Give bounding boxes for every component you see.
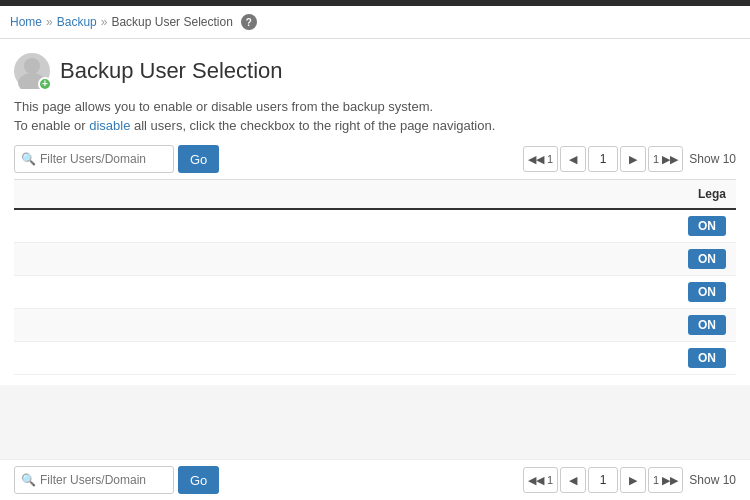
user-cell bbox=[14, 209, 199, 243]
bottom-page-input[interactable] bbox=[588, 467, 618, 493]
table-row: ON bbox=[14, 243, 736, 276]
bottom-go-button[interactable]: Go bbox=[178, 466, 219, 494]
breadcrumb-home[interactable]: Home bbox=[10, 15, 42, 29]
breadcrumb-current: Backup User Selection bbox=[111, 15, 232, 29]
page-content: Backup User Selection This page allows y… bbox=[0, 39, 750, 385]
table-row: ON bbox=[14, 209, 736, 243]
avatar-badge bbox=[38, 77, 52, 91]
status-cell: ON bbox=[199, 209, 736, 243]
bottom-first-page-button[interactable]: ◀◀ 1 bbox=[523, 467, 558, 493]
search-icon: 🔍 bbox=[21, 152, 36, 166]
table-row: ON bbox=[14, 276, 736, 309]
prev-page-button[interactable]: ◀ bbox=[560, 146, 586, 172]
table-row: ON bbox=[14, 342, 736, 375]
first-page-button[interactable]: ◀◀ 1 bbox=[523, 146, 558, 172]
on-button[interactable]: ON bbox=[688, 249, 726, 269]
last-page-button[interactable]: 1 ▶▶ bbox=[648, 146, 683, 172]
col-header-legacy: Lega bbox=[199, 180, 736, 210]
user-cell bbox=[14, 309, 199, 342]
bottom-toolbar: 🔍 Go ◀◀ 1 ◀ ▶ 1 ▶▶ Show 10 bbox=[0, 459, 750, 500]
status-cell: ON bbox=[199, 309, 736, 342]
description2: To enable or disable all users, click th… bbox=[14, 118, 736, 133]
col-header-user bbox=[14, 180, 199, 210]
status-cell: ON bbox=[199, 243, 736, 276]
description1: This page allows you to enable or disabl… bbox=[14, 99, 736, 114]
show-label: Show 10 bbox=[689, 152, 736, 166]
bottom-filter-input[interactable] bbox=[40, 473, 167, 487]
user-cell bbox=[14, 342, 199, 375]
help-icon[interactable]: ? bbox=[241, 14, 257, 30]
page-input[interactable] bbox=[588, 146, 618, 172]
bottom-filter-input-wrap: 🔍 bbox=[14, 466, 174, 494]
page-title: Backup User Selection bbox=[60, 58, 283, 84]
pagination-group: ◀◀ 1 ◀ ▶ 1 ▶▶ Show 10 bbox=[523, 146, 736, 172]
bottom-search-icon: 🔍 bbox=[21, 473, 36, 487]
breadcrumb-sep1: » bbox=[46, 15, 53, 29]
bottom-pagination-group: ◀◀ 1 ◀ ▶ 1 ▶▶ Show 10 bbox=[523, 467, 736, 493]
title-row: Backup User Selection bbox=[14, 53, 736, 89]
bottom-prev-page-button[interactable]: ◀ bbox=[560, 467, 586, 493]
on-button[interactable]: ON bbox=[688, 216, 726, 236]
on-button[interactable]: ON bbox=[688, 315, 726, 335]
on-button[interactable]: ON bbox=[688, 282, 726, 302]
desc2-mid: all users, click the checkbox to the rig… bbox=[130, 118, 495, 133]
breadcrumb-sep2: » bbox=[101, 15, 108, 29]
user-cell bbox=[14, 243, 199, 276]
status-cell: ON bbox=[199, 276, 736, 309]
on-button[interactable]: ON bbox=[688, 348, 726, 368]
breadcrumb-backup[interactable]: Backup bbox=[57, 15, 97, 29]
bottom-show-label: Show 10 bbox=[689, 473, 736, 487]
bottom-next-page-button[interactable]: ▶ bbox=[620, 467, 646, 493]
table-row: ON bbox=[14, 309, 736, 342]
bottom-filter-group: 🔍 Go bbox=[14, 466, 219, 494]
filter-input[interactable] bbox=[40, 152, 167, 166]
desc2-pre: To enable or bbox=[14, 118, 89, 133]
filter-input-wrap: 🔍 bbox=[14, 145, 174, 173]
next-page-button[interactable]: ▶ bbox=[620, 146, 646, 172]
go-button[interactable]: Go bbox=[178, 145, 219, 173]
disable-all-link[interactable]: disable bbox=[89, 118, 130, 133]
data-table: Lega ONONONONON bbox=[14, 179, 736, 375]
breadcrumb: Home » Backup » Backup User Selection ? bbox=[0, 6, 750, 39]
avatar bbox=[14, 53, 50, 89]
status-cell: ON bbox=[199, 342, 736, 375]
svg-point-0 bbox=[24, 58, 40, 74]
bottom-last-page-button[interactable]: 1 ▶▶ bbox=[648, 467, 683, 493]
filter-group: 🔍 Go bbox=[14, 145, 219, 173]
toolbar-row: 🔍 Go ◀◀ 1 ◀ ▶ 1 ▶▶ Show 10 bbox=[14, 145, 736, 173]
user-cell bbox=[14, 276, 199, 309]
